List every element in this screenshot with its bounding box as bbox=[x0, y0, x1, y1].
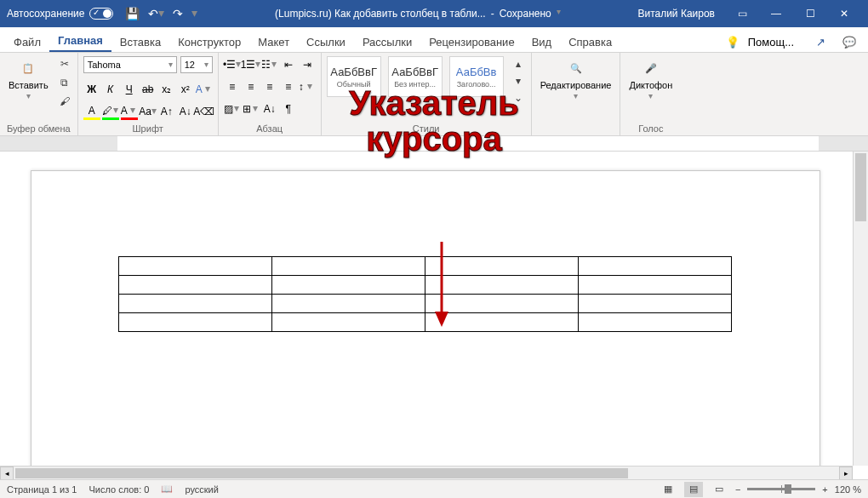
styles-down-icon[interactable]: ▾ bbox=[511, 73, 526, 89]
zoom-slider[interactable] bbox=[747, 488, 815, 490]
decrease-indent-button[interactable]: ⇤ bbox=[280, 56, 297, 73]
autosave-toggle[interactable]: Автосохранение ✓ bbox=[7, 8, 113, 20]
change-case-button[interactable]: Aa▾ bbox=[140, 103, 157, 120]
highlight2-button[interactable]: 🖊▾ bbox=[102, 103, 119, 120]
borders-button[interactable]: ⊞▾ bbox=[243, 100, 260, 117]
scroll-right-icon[interactable]: ▸ bbox=[839, 467, 853, 480]
scroll-thumb[interactable] bbox=[15, 468, 628, 478]
tab-layout[interactable]: Макет bbox=[249, 31, 298, 52]
zoom-tick-icon bbox=[781, 485, 782, 493]
tab-review[interactable]: Рецензирование bbox=[420, 31, 523, 52]
title-dropdown-icon[interactable]: ▾ bbox=[557, 7, 561, 19]
numbering-button[interactable]: 1☰▾ bbox=[243, 56, 260, 73]
paste-button[interactable]: 📋 Вставить ▾ bbox=[5, 56, 52, 103]
style-normal[interactable]: АаБбВвГ Обычный bbox=[327, 56, 381, 97]
save-icon[interactable]: 💾 bbox=[125, 7, 140, 20]
styles-up-icon[interactable]: ▴ bbox=[511, 56, 526, 72]
text-effects-button[interactable]: A▾ bbox=[196, 81, 213, 98]
tab-insert[interactable]: Вставка bbox=[111, 31, 169, 52]
ribbon-display-button[interactable]: ▭ bbox=[725, 0, 759, 27]
font-size-selector[interactable]: 12▾ bbox=[180, 56, 213, 73]
page[interactable] bbox=[31, 170, 820, 466]
zoom-out-button[interactable]: − bbox=[735, 484, 740, 495]
zoom-level[interactable]: 120 % bbox=[835, 484, 861, 495]
table-row[interactable] bbox=[119, 295, 732, 313]
tab-file[interactable]: Файл bbox=[5, 31, 49, 52]
font-color-button[interactable]: A▾ bbox=[121, 103, 138, 120]
copy-icon[interactable]: ⧉ bbox=[57, 75, 72, 90]
table-row[interactable] bbox=[119, 313, 732, 332]
format-painter-icon[interactable]: 🖌 bbox=[57, 94, 72, 109]
bullets-button[interactable]: •☰▾ bbox=[224, 56, 241, 73]
tab-view[interactable]: Вид bbox=[523, 31, 561, 52]
share-button[interactable]: ↗ bbox=[811, 32, 831, 52]
ribbon-tabs: Файл Главная Вставка Конструктор Макет С… bbox=[0, 27, 868, 53]
increase-indent-button[interactable]: ⇥ bbox=[299, 56, 316, 73]
horizontal-scrollbar[interactable]: ◂ ▸ bbox=[0, 466, 853, 479]
editing-button[interactable]: 🔍 Редактирование ▾ bbox=[537, 56, 615, 103]
italic-button[interactable]: К bbox=[102, 81, 119, 98]
font-name-selector[interactable]: Tahoma▾ bbox=[83, 56, 177, 73]
align-left-button[interactable]: ≡ bbox=[224, 78, 241, 95]
align-center-button[interactable]: ≡ bbox=[243, 78, 260, 95]
close-button[interactable]: ✕ bbox=[827, 0, 861, 27]
style-heading[interactable]: АаБбВв Заголово... bbox=[449, 56, 504, 97]
sort-button[interactable]: A↓ bbox=[261, 100, 278, 117]
styles-more-icon[interactable]: ⌄ bbox=[511, 90, 526, 106]
style-no-spacing[interactable]: АаБбВвГ Без интер... bbox=[388, 56, 443, 97]
justify-button[interactable]: ≡ bbox=[280, 78, 297, 95]
styles-group: АаБбВвГ Обычный АаБбВвГ Без интер... АаБ… bbox=[322, 53, 532, 135]
tab-design[interactable]: Конструктор bbox=[169, 31, 249, 52]
strikethrough-button[interactable]: ab bbox=[140, 81, 157, 98]
user-name[interactable]: Виталий Каиров bbox=[637, 8, 715, 20]
search-help[interactable]: 💡 Помощ... bbox=[721, 32, 804, 52]
zoom-knob-icon[interactable] bbox=[785, 484, 791, 494]
tab-home[interactable]: Главная bbox=[49, 29, 111, 52]
highlight-button[interactable]: A bbox=[83, 103, 100, 120]
print-layout-button[interactable]: ▤ bbox=[684, 482, 703, 497]
language-indicator[interactable]: русский bbox=[185, 484, 218, 495]
shrink-font-button[interactable]: A↓ bbox=[177, 103, 194, 120]
show-marks-button[interactable]: ¶ bbox=[280, 100, 297, 117]
shading-button[interactable]: ▨▾ bbox=[224, 100, 241, 117]
line-spacing-button[interactable]: ↕▾ bbox=[299, 78, 316, 95]
table-row[interactable] bbox=[119, 257, 732, 276]
grow-font-button[interactable]: A↑ bbox=[158, 103, 175, 120]
toggle-switch[interactable]: ✓ bbox=[89, 8, 113, 20]
document-title-area: (Lumpics.ru) Как добавить столбец в табл… bbox=[197, 8, 637, 20]
quick-access-toolbar: 💾 ↶▾ ↷ ▾ bbox=[125, 7, 197, 20]
redo-icon[interactable]: ↷ bbox=[173, 7, 183, 20]
align-right-button[interactable]: ≡ bbox=[261, 78, 278, 95]
horizontal-ruler[interactable] bbox=[0, 136, 868, 152]
cut-icon[interactable]: ✂ bbox=[57, 56, 72, 72]
tab-references[interactable]: Ссылки bbox=[298, 31, 354, 52]
scroll-thumb[interactable] bbox=[855, 153, 866, 221]
scroll-left-icon[interactable]: ◂ bbox=[0, 467, 14, 480]
table-row[interactable] bbox=[119, 276, 732, 295]
multilevel-button[interactable]: ☷▾ bbox=[261, 56, 278, 73]
clear-format-button[interactable]: A⌫ bbox=[196, 103, 213, 120]
minimize-button[interactable]: — bbox=[759, 0, 793, 27]
comments-button[interactable]: 💬 bbox=[837, 32, 861, 52]
search-icon: 🔍 bbox=[566, 58, 586, 78]
dictate-button[interactable]: 🎤 Диктофон ▾ bbox=[625, 56, 676, 103]
maximize-button[interactable]: ☐ bbox=[793, 0, 827, 27]
vertical-scrollbar[interactable] bbox=[853, 152, 868, 466]
qat-dropdown-icon[interactable]: ▾ bbox=[191, 6, 197, 20]
undo-icon[interactable]: ↶▾ bbox=[148, 7, 164, 20]
zoom-in-button[interactable]: + bbox=[822, 484, 827, 495]
tab-mailings[interactable]: Рассылки bbox=[354, 31, 420, 52]
page-indicator[interactable]: Страница 1 из 1 bbox=[7, 484, 77, 495]
font-group: Tahoma▾ 12▾ Ж К Ч ab x₂ x² A▾ A 🖊▾ A▾ Aa… bbox=[78, 53, 219, 135]
web-layout-button[interactable]: ▭ bbox=[710, 482, 728, 497]
tab-help[interactable]: Справка bbox=[560, 31, 620, 52]
document-table[interactable] bbox=[118, 256, 732, 332]
document-area[interactable] bbox=[0, 152, 853, 466]
spell-check-icon[interactable]: 📖 bbox=[161, 484, 173, 495]
word-count[interactable]: Число слов: 0 bbox=[89, 484, 149, 495]
bold-button[interactable]: Ж bbox=[83, 81, 100, 98]
read-mode-button[interactable]: ▦ bbox=[659, 482, 677, 497]
subscript-button[interactable]: x₂ bbox=[158, 81, 175, 98]
underline-button[interactable]: Ч bbox=[121, 81, 138, 98]
superscript-button[interactable]: x² bbox=[177, 81, 194, 98]
